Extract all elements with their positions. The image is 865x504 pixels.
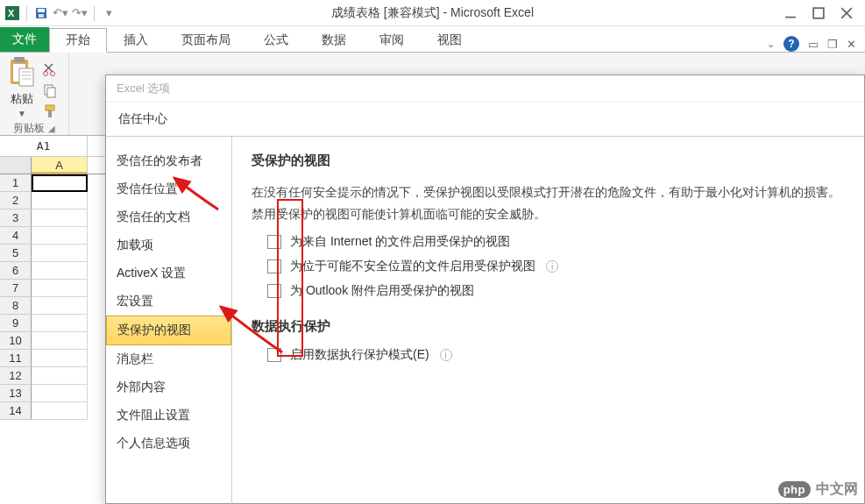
row-header[interactable]: 3 bbox=[0, 209, 32, 227]
close-icon[interactable] bbox=[840, 7, 853, 19]
name-box[interactable]: A1 bbox=[0, 136, 88, 156]
window-title: 成绩表格 [兼容模式] - Microsoft Excel bbox=[331, 5, 534, 21]
row-header[interactable]: 6 bbox=[0, 262, 32, 280]
row-header[interactable]: 9 bbox=[0, 315, 32, 332]
format-painter-icon[interactable] bbox=[42, 103, 58, 119]
info-icon[interactable]: i bbox=[440, 349, 452, 361]
svg-point-17 bbox=[51, 72, 55, 76]
nav-privacy[interactable]: 个人信息选项 bbox=[106, 429, 231, 458]
tab-insert[interactable]: 插入 bbox=[107, 27, 165, 52]
row-header[interactable]: 11 bbox=[0, 350, 32, 367]
excel-app-icon: X bbox=[5, 6, 19, 20]
cell[interactable] bbox=[32, 245, 88, 262]
svg-rect-3 bbox=[38, 9, 45, 12]
nav-activex[interactable]: ActiveX 设置 bbox=[106, 259, 231, 287]
dialog-pretitle: Excel 选项 bbox=[106, 75, 864, 103]
row-header[interactable]: 2 bbox=[0, 192, 32, 209]
tab-data[interactable]: 数据 bbox=[305, 27, 363, 52]
file-tab[interactable]: 文件 bbox=[0, 27, 49, 52]
checkbox-dep[interactable] bbox=[267, 348, 281, 362]
tab-review[interactable]: 审阅 bbox=[363, 27, 421, 52]
qa-customize-icon[interactable]: ▾ bbox=[102, 6, 116, 20]
row-header[interactable]: 8 bbox=[0, 297, 32, 315]
separator bbox=[94, 5, 95, 21]
cell[interactable] bbox=[32, 367, 88, 385]
nav-trusted-locations[interactable]: 受信任位置 bbox=[106, 175, 231, 203]
checkbox-internet-files-label: 为来自 Internet 的文件启用受保护的视图 bbox=[290, 234, 510, 250]
nav-message-bar[interactable]: 消息栏 bbox=[106, 345, 231, 373]
maximize-icon[interactable] bbox=[812, 7, 825, 19]
svg-rect-19 bbox=[47, 88, 55, 97]
cut-icon[interactable] bbox=[42, 61, 58, 77]
cell[interactable] bbox=[32, 350, 88, 367]
dialog-main: 受保护的视图 在没有任何安全提示的情况下，受保护视图以受限模式打开潜在的危险文件… bbox=[232, 137, 864, 504]
chevron-down-icon: ▼ bbox=[18, 109, 26, 118]
doc-restore-icon[interactable]: ❐ bbox=[827, 38, 838, 51]
tab-home[interactable]: 开始 bbox=[49, 28, 107, 53]
minimize-icon[interactable] bbox=[784, 7, 797, 19]
nav-protected-view[interactable]: 受保护的视图 bbox=[106, 316, 231, 345]
dialog-nav: 受信任的发布者 受信任位置 受信任的文档 加载项 ActiveX 设置 宏设置 … bbox=[106, 137, 232, 504]
redo-icon[interactable]: ↷▾ bbox=[73, 6, 87, 20]
cell[interactable] bbox=[32, 192, 88, 209]
paste-button[interactable]: 粘贴 ▼ bbox=[7, 56, 37, 121]
checkbox-unsafe-locations-label: 为位于可能不安全位置的文件启用受保护视图 bbox=[290, 259, 535, 274]
checkbox-outlook-attachments-label: 为 Outlook 附件启用受保护的视图 bbox=[290, 283, 474, 299]
nav-addins[interactable]: 加载项 bbox=[106, 231, 231, 259]
row-header[interactable]: 4 bbox=[0, 227, 32, 245]
svg-rect-10 bbox=[14, 57, 25, 62]
checkbox-unsafe-locations[interactable] bbox=[267, 259, 281, 273]
save-icon[interactable] bbox=[34, 6, 48, 20]
doc-close-icon[interactable]: ✕ bbox=[847, 38, 856, 51]
section-dep-title: 数据执行保护 bbox=[252, 318, 845, 335]
nav-macro[interactable]: 宏设置 bbox=[106, 287, 231, 316]
row-header[interactable]: 14 bbox=[0, 402, 32, 420]
cell-a1[interactable] bbox=[32, 174, 88, 192]
checkbox-outlook-attachments[interactable] bbox=[267, 284, 281, 298]
row-header[interactable]: 12 bbox=[0, 367, 32, 385]
cell[interactable] bbox=[32, 262, 88, 280]
tab-page-layout[interactable]: 页面布局 bbox=[165, 27, 247, 52]
svg-rect-21 bbox=[48, 110, 52, 117]
tab-formulas[interactable]: 公式 bbox=[247, 27, 305, 52]
separator bbox=[26, 5, 27, 21]
doc-minimize-icon[interactable]: ▭ bbox=[808, 38, 819, 51]
nav-trusted-publishers[interactable]: 受信任的发布者 bbox=[106, 147, 231, 175]
cell[interactable] bbox=[32, 297, 88, 315]
ribbon-minimize-icon[interactable]: ⌄ bbox=[767, 39, 775, 50]
php-badge: php bbox=[778, 481, 811, 498]
cell[interactable] bbox=[32, 315, 88, 332]
cell[interactable] bbox=[32, 385, 88, 402]
section-protected-view-desc: 在没有任何安全提示的情况下，受保护视图以受限模式打开潜在的危险文件，有助于最小化… bbox=[252, 181, 845, 225]
clipboard-group: 粘贴 ▼ 剪贴板 ◢ bbox=[0, 53, 69, 135]
select-all-corner[interactable] bbox=[0, 157, 32, 174]
row-header[interactable]: 10 bbox=[0, 332, 32, 350]
cell[interactable] bbox=[32, 280, 88, 297]
watermark-text: 中文网 bbox=[816, 480, 858, 499]
info-icon[interactable]: i bbox=[546, 260, 558, 273]
column-header-a[interactable]: A bbox=[32, 157, 88, 174]
row-header[interactable]: 7 bbox=[0, 280, 32, 297]
nav-file-block[interactable]: 文件阻止设置 bbox=[106, 401, 231, 429]
undo-icon[interactable]: ↶▾ bbox=[53, 6, 67, 20]
cell[interactable] bbox=[32, 332, 88, 350]
row-header[interactable]: 13 bbox=[0, 385, 32, 402]
cell[interactable] bbox=[32, 209, 88, 227]
row-header[interactable]: 1 bbox=[0, 174, 32, 192]
row-header[interactable]: 5 bbox=[0, 245, 32, 262]
nav-external-content[interactable]: 外部内容 bbox=[106, 373, 231, 401]
help-icon[interactable]: ? bbox=[783, 36, 799, 52]
dialog-launcher-icon[interactable]: ◢ bbox=[48, 124, 55, 133]
copy-icon[interactable] bbox=[42, 82, 58, 98]
cell[interactable] bbox=[32, 227, 88, 245]
watermark: php 中文网 bbox=[778, 480, 858, 499]
section-protected-view-title: 受保护的视图 bbox=[252, 153, 845, 169]
svg-rect-20 bbox=[46, 105, 54, 110]
checkbox-internet-files[interactable] bbox=[267, 235, 281, 249]
nav-trusted-documents[interactable]: 受信任的文档 bbox=[106, 203, 231, 231]
cell[interactable] bbox=[32, 402, 88, 420]
checkbox-dep-label: 启用数据执行保护模式(E) bbox=[290, 347, 429, 363]
svg-point-16 bbox=[44, 72, 48, 76]
titlebar: X ↶▾ ↷▾ ▾ 成绩表格 [兼容模式] - Microsoft Excel bbox=[0, 0, 865, 26]
tab-view[interactable]: 视图 bbox=[421, 27, 479, 52]
